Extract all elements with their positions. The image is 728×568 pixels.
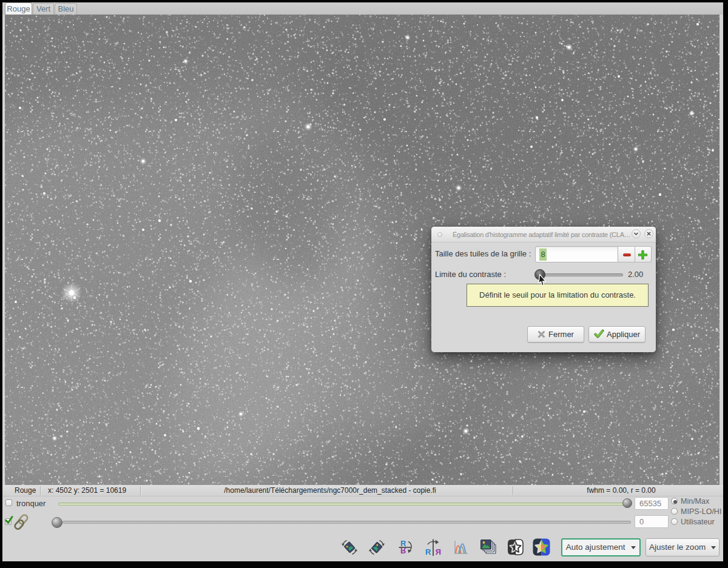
svg-text:R: R (425, 547, 431, 556)
svg-text:R: R (435, 547, 441, 556)
